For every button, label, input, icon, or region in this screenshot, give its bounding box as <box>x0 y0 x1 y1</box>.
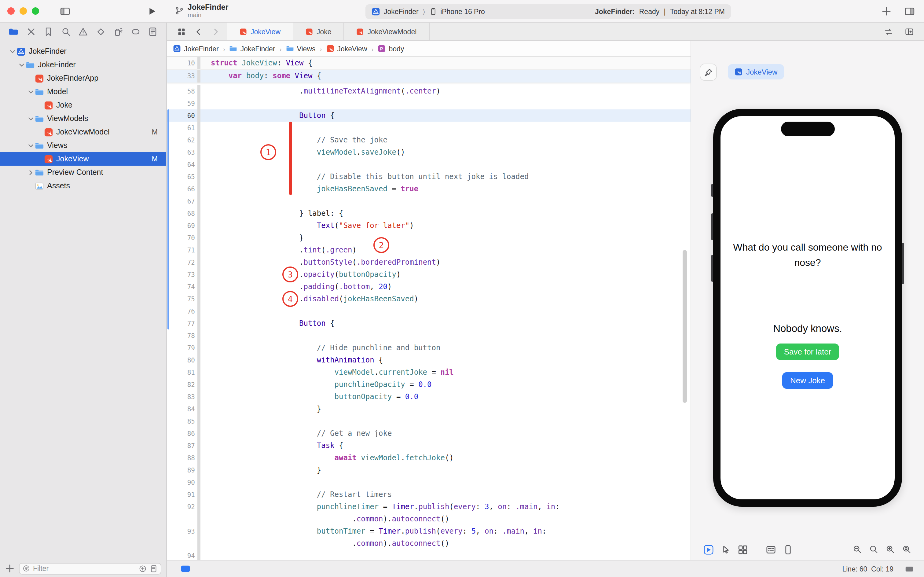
code-line-91[interactable]: 91 // Restart timers <box>167 488 691 501</box>
save-for-later-button[interactable]: Save for later <box>776 343 839 360</box>
tab-joke[interactable]: Joke <box>293 23 344 40</box>
code-line-74[interactable]: 74 .padding(.bottom, 20) <box>167 280 691 293</box>
related-items-button[interactable] <box>175 25 188 38</box>
bookmarks-navigator-button[interactable] <box>41 24 56 39</box>
scheme-name[interactable]: JokeFinder <box>384 8 419 15</box>
code-line-65[interactable]: 65 // Disable this button until next jok… <box>167 171 691 183</box>
code-line-73[interactable]: 73 .opacity(buttonOpacity) <box>167 268 691 280</box>
editor-scrollbar[interactable] <box>683 250 687 403</box>
go-forward-button[interactable] <box>209 25 222 38</box>
zoom-out-button[interactable] <box>852 544 862 554</box>
go-back-button[interactable] <box>193 25 205 38</box>
sidebar-item-jokefinderapp[interactable]: JokeFinderApp <box>0 71 166 85</box>
close-button[interactable] <box>7 7 14 15</box>
zoom-fit-button[interactable] <box>901 544 912 554</box>
sidebar-item-jokefinder[interactable]: JokeFinder <box>0 45 166 58</box>
variants-button[interactable] <box>736 543 749 556</box>
code-line-69[interactable]: 69 Text("Save for later") <box>167 219 691 232</box>
sidebar-item-preview-content[interactable]: Preview Content <box>0 166 166 179</box>
toggle-navigator-button[interactable] <box>58 4 72 18</box>
code-line-90[interactable]: 90 <box>167 476 691 488</box>
run-button[interactable] <box>144 4 159 18</box>
code-line-33[interactable]: 33 var body: some View { <box>167 70 691 82</box>
code-line-88[interactable]: 88 await viewModel.fetchJoke() <box>167 452 691 464</box>
code-line-66[interactable]: 66 jokeHasBeenSaved = true <box>167 183 691 195</box>
recent-files-filter-icon[interactable] <box>139 564 146 572</box>
minimize-button[interactable] <box>19 7 27 15</box>
sidebar-item-jokeview[interactable]: JokeViewM <box>0 152 166 166</box>
code-line[interactable]: .common).autoconnect() <box>167 537 691 550</box>
disclosure-open-icon[interactable] <box>8 47 16 55</box>
code-line-71[interactable]: 71 .tint(.green) <box>167 244 691 256</box>
toggle-inspector-button[interactable] <box>902 4 917 18</box>
reports-navigator-button[interactable] <box>145 24 160 39</box>
breadcrumb-item-views[interactable]: Views <box>286 45 316 53</box>
disclosure-open-icon[interactable] <box>27 114 35 122</box>
sidebar-item-jokeviewmodel[interactable]: JokeViewModelM <box>0 125 166 139</box>
disclosure-open-icon[interactable] <box>27 88 35 96</box>
code-line-92[interactable]: 92 punchlineTimer = Timer.publish(every:… <box>167 501 691 513</box>
device-settings-button[interactable] <box>765 543 777 556</box>
sidebar-item-views[interactable]: Views <box>0 139 166 152</box>
code-line-86[interactable]: 86 // Get a new joke <box>167 427 691 440</box>
code-line-68[interactable]: 68 } label: { <box>167 207 691 219</box>
add-button[interactable] <box>879 4 893 18</box>
source-control-navigator-button[interactable] <box>24 24 38 39</box>
device-button[interactable] <box>782 543 794 556</box>
sidebar-item-assets[interactable]: Assets <box>0 179 166 193</box>
sidebar-item-joke[interactable]: Joke <box>0 98 166 112</box>
debug-navigator-button[interactable] <box>111 24 125 39</box>
sidebar-item-model[interactable]: Model <box>0 85 166 98</box>
project-navigator-navigator-button[interactable] <box>6 24 21 39</box>
zoom-in-button[interactable] <box>885 544 895 554</box>
code-line-84[interactable]: 84 } <box>167 403 691 415</box>
code-line-62[interactable]: 62 // Save the joke <box>167 134 691 146</box>
code-line-81[interactable]: 81 viewModel.currentJoke = nil <box>167 366 691 378</box>
add-file-button[interactable] <box>5 564 14 573</box>
breadcrumb-item-jokeview[interactable]: JokeView <box>326 45 367 53</box>
breadcrumb-item-body[interactable]: Pbody <box>378 45 404 53</box>
zoom-button[interactable] <box>32 7 39 15</box>
code-line-89[interactable]: 89 } <box>167 464 691 476</box>
code-line-58[interactable]: 58 .multilineTextAlignment(.center) <box>167 85 691 97</box>
selectable-button[interactable] <box>719 543 731 556</box>
source-control-summary[interactable]: JokeFinder main <box>175 4 228 18</box>
sidebar-item-viewmodels[interactable]: ViewModels <box>0 112 166 125</box>
new-joke-button[interactable]: New Joke <box>782 372 833 389</box>
code-line-72[interactable]: 72 .buttonStyle(.borderedProminent) <box>167 256 691 268</box>
canvas-toggle-button[interactable] <box>178 562 193 575</box>
code-line-85[interactable]: 85 <box>167 415 691 427</box>
breadcrumb-item-jokefinder[interactable]: JokeFinder <box>173 45 219 53</box>
tab-jokeview[interactable]: JokeView <box>227 23 293 40</box>
code-line-60[interactable]: 60 Button { <box>167 110 691 122</box>
code-line-82[interactable]: 82 punchlineOpacity = 0.0 <box>167 378 691 390</box>
code-line-78[interactable]: 78 <box>167 329 691 342</box>
disclosure-open-icon[interactable] <box>18 61 26 69</box>
live-preview-button[interactable] <box>702 543 715 556</box>
code-line-10[interactable]: 10struct JokeView: View { <box>167 57 691 70</box>
code-line-94[interactable]: 94 <box>167 550 691 560</box>
disclosure-closed-icon[interactable] <box>27 168 35 176</box>
code-line-80[interactable]: 80 withAnimation { <box>167 354 691 366</box>
code-line-93[interactable]: 93 buttonTimer = Timer.publish(every: 5,… <box>167 525 691 537</box>
zoom-actual-button[interactable] <box>868 544 879 554</box>
sidebar-item-jokefinder[interactable]: JokeFinder <box>0 58 166 71</box>
keyboard-icon[interactable] <box>903 564 916 573</box>
preview-target-chip[interactable]: JokeView <box>728 64 784 79</box>
code-line-87[interactable]: 87 Task { <box>167 440 691 452</box>
code-line-70[interactable]: 70 } <box>167 232 691 244</box>
code-review-button[interactable] <box>882 25 895 38</box>
issues-navigator-button[interactable] <box>76 24 90 39</box>
code-line-76[interactable]: 76 <box>167 305 691 317</box>
breakpoints-navigator-button[interactable] <box>128 24 143 39</box>
find-navigator-button[interactable] <box>58 24 73 39</box>
tests-navigator-button[interactable] <box>93 24 108 39</box>
code-line-79[interactable]: 79 // Hide punchline and button <box>167 342 691 354</box>
source-editor[interactable]: JokeFinder›JokeFinder›Views›JokeView›Pbo… <box>167 41 691 560</box>
pin-preview-button[interactable] <box>700 64 717 81</box>
code-line-77[interactable]: 77 Button { <box>167 317 691 329</box>
disclosure-open-icon[interactable] <box>27 142 35 150</box>
source-control-filter-icon[interactable] <box>150 564 158 572</box>
code-line-75[interactable]: 75 .disabled(jokeHasBeenSaved) <box>167 293 691 305</box>
tab-jokeviewmodel[interactable]: JokeViewModel <box>344 23 430 40</box>
